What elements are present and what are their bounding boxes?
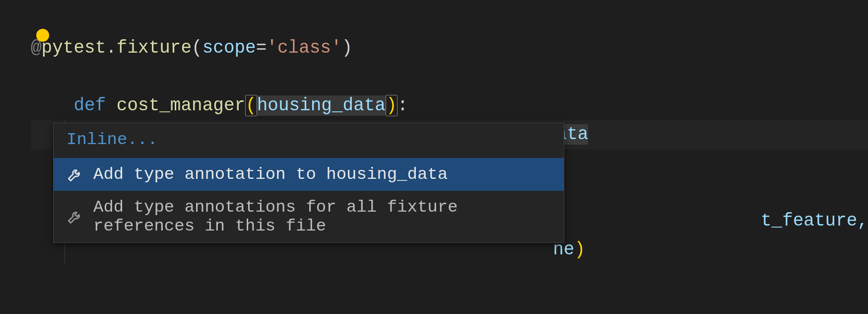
wrench-icon	[67, 166, 83, 183]
variable-partial: t_feature,	[761, 211, 868, 231]
decorator-member: fixture	[117, 38, 192, 58]
space	[106, 95, 117, 116]
code-action-label: Add type annotation to housing_data	[93, 165, 448, 184]
popup-header[interactable]: Inline...	[54, 123, 564, 158]
code-line[interactable]: @pytest.fixture(scope='class')	[31, 34, 868, 63]
keyword-def: def	[73, 95, 106, 116]
dot: .	[106, 38, 117, 58]
code-line-active[interactable]: def cost_manager(housing_data):	[31, 63, 868, 120]
rparen: )	[342, 38, 353, 58]
code-action-popup: Inline... Add type annotation to housing…	[53, 123, 564, 243]
decorator-name: pytest	[42, 38, 106, 58]
code-action-label: Add type annotations for all fixture ref…	[93, 198, 554, 236]
rparen-matched: )	[386, 95, 398, 116]
parameter-name: housing_data	[257, 95, 386, 116]
lparen-matched: (	[245, 95, 257, 116]
wrench-icon	[67, 208, 83, 225]
colon: :	[398, 95, 408, 116]
kwarg-name: scope	[202, 38, 256, 58]
function-name: cost_manager	[117, 95, 245, 116]
rparen: )	[574, 239, 585, 260]
code-action-item[interactable]: Add type annotations for all fixture ref…	[54, 191, 564, 242]
string-literal: 'class'	[267, 38, 341, 58]
lightbulb-icon[interactable]	[36, 29, 49, 42]
code-action-item[interactable]: Add type annotation to housing_data	[54, 158, 564, 191]
equals: =	[256, 38, 267, 58]
lparen: (	[192, 38, 202, 58]
